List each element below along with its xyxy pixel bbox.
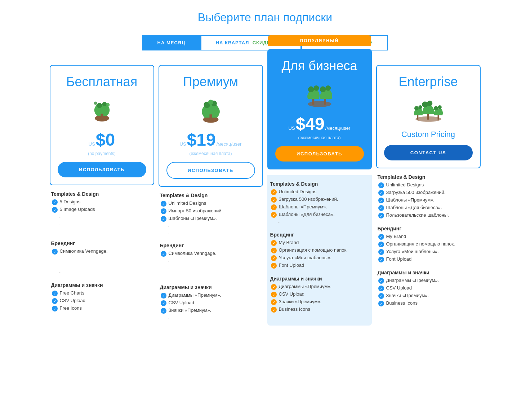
check-icon: ✓ xyxy=(271,307,277,313)
check-icon: ✓ xyxy=(52,207,58,213)
feature-item: ✓ CSV Upload xyxy=(51,298,153,304)
feature-text: Шаблоны «Для бизнеса». xyxy=(279,212,335,217)
check-icon: ✓ xyxy=(271,299,277,305)
plan-business: ПОПУЛЯРНЫЙ Для бизнеса xyxy=(267,49,372,326)
check-icon: ✓ xyxy=(161,251,166,257)
feature-text: Диаграммы «Премиум». xyxy=(169,292,222,298)
feature-text: Значки «Премиум». xyxy=(279,299,322,304)
check-icon: ✓ xyxy=(378,278,384,284)
check-icon: ✓ xyxy=(271,197,277,203)
feature-dash: - xyxy=(160,272,262,277)
feature-group-branding-premium: Брендинг ✓ Символика Venngage. - - - xyxy=(160,243,262,277)
billing-toggle: НА МЕСЯЦ НА КВАРТАЛ СКИДКА 12% НА ГОД СК… xyxy=(7,35,523,50)
feature-item: ✓ Значки «Премиум». xyxy=(160,308,262,314)
templates-title-premium: Templates & Design xyxy=(160,193,262,198)
feature-item: ✓ Free Icons xyxy=(51,305,153,311)
check-icon: ✓ xyxy=(161,308,166,314)
feature-text: Unlimited Designs xyxy=(386,182,424,187)
feature-text: CSV Upload xyxy=(169,300,195,305)
plan-card-business: ПОПУЛЯРНЫЙ Для бизнеса xyxy=(267,49,372,169)
feature-group-templates-enterprise: Templates & Design ✓ Unlimited Designs ✓… xyxy=(378,174,479,218)
feature-item: ✓ Диаграммы «Премиум». xyxy=(270,284,369,290)
feature-group-templates-free: Templates & Design ✓ 5 Designs ✓ 5 Image… xyxy=(51,191,153,233)
feature-group-charts-business: Диаграммы и значки ✓ Диаграммы «Премиум»… xyxy=(270,276,369,313)
feature-item: ✓ Импорт 50 изображений. xyxy=(160,208,262,214)
branding-title-enterprise: Брендинг xyxy=(378,226,479,231)
cta-free[interactable]: ИСПОЛЬЗОВАТЬ xyxy=(58,162,146,177)
feature-item: ✓ Символика Venngage. xyxy=(51,248,153,255)
check-icon: ✓ xyxy=(378,182,384,188)
feature-text: Шаблоны «Премиум». xyxy=(386,197,435,203)
feature-group-branding-free: Брендинг ✓ Символика Venngage. - - - xyxy=(51,240,153,275)
feature-text: Значки «Премиум». xyxy=(169,308,211,313)
check-icon: ✓ xyxy=(378,190,384,196)
check-icon: ✓ xyxy=(161,216,166,222)
svg-point-14 xyxy=(313,85,319,91)
per-premium: /месяц/user xyxy=(217,141,242,147)
currency-free: US xyxy=(89,141,95,147)
feature-item: ✓ Free Charts xyxy=(51,290,153,296)
feature-item: ✓ Шаблоны «Для бизнеса». xyxy=(378,205,479,211)
feature-dash: - xyxy=(160,223,262,229)
feature-text: Шаблоны «Премиум». xyxy=(169,216,217,221)
templates-title-free: Templates & Design xyxy=(51,191,153,197)
cta-enterprise[interactable]: CONTACT US xyxy=(384,145,473,160)
branding-title-premium: Брендинг xyxy=(160,243,262,248)
svg-rect-10 xyxy=(209,114,212,121)
branding-title-business: Брендинг xyxy=(270,232,369,238)
feature-item: ✓ Диаграммы «Премиум». xyxy=(378,278,479,284)
feature-dash: - xyxy=(160,315,262,320)
svg-point-9 xyxy=(208,100,213,105)
feature-text: Unlimited Designs xyxy=(169,200,206,206)
check-icon: ✓ xyxy=(378,213,384,218)
feature-dash: - xyxy=(160,230,262,235)
check-icon: ✓ xyxy=(378,249,384,255)
svg-point-1 xyxy=(97,103,102,108)
svg-rect-15 xyxy=(324,98,326,105)
feature-item: ✓ Business Icons xyxy=(270,306,369,313)
svg-point-26 xyxy=(434,106,438,110)
svg-rect-19 xyxy=(417,115,418,120)
monthly-btn[interactable]: НА МЕСЯЦ xyxy=(142,35,201,50)
check-icon: ✓ xyxy=(378,198,384,203)
plan-free: Бесплатная US $0 xyxy=(50,65,154,326)
page-title: Выберите план подписки xyxy=(7,11,523,24)
charts-title-free: Диаграммы и значки xyxy=(51,282,153,288)
check-icon: ✓ xyxy=(161,208,166,214)
feature-item: ✓ Загрузка 500 изображений. xyxy=(270,196,369,203)
check-icon: ✓ xyxy=(161,300,166,306)
feature-text: Font Upload xyxy=(279,262,304,268)
check-icon: ✓ xyxy=(378,205,384,211)
features-premium: Templates & Design ✓ Unlimited Designs ✓… xyxy=(159,193,263,328)
feature-item: ✓ Шаблоны «Премиум». xyxy=(378,197,479,203)
feature-text: Шаблоны «Для бизнеса». xyxy=(386,205,442,210)
check-icon: ✓ xyxy=(161,293,166,299)
check-icon: ✓ xyxy=(271,263,277,269)
feature-item: ✓ CSV Upload xyxy=(378,285,479,291)
plan-name-free: Бесплатная xyxy=(58,74,146,89)
feature-text: 5 Image Uploads xyxy=(60,207,95,212)
feature-dash: - xyxy=(270,219,369,225)
feature-text: Business Icons xyxy=(279,306,310,312)
feature-text: Unlimited Designs xyxy=(279,189,317,194)
cta-premium[interactable]: ИСПОЛЬЗОВАТЬ xyxy=(166,162,255,179)
svg-point-5 xyxy=(106,103,110,107)
feature-item: ✓ Организация с помощью папок. xyxy=(378,241,479,247)
check-icon: ✓ xyxy=(271,255,277,261)
feature-item: ✓ 5 Image Uploads xyxy=(51,207,153,213)
feature-dash: - xyxy=(51,313,153,318)
check-icon: ✓ xyxy=(378,257,384,262)
per-business: /месяц/user xyxy=(325,125,351,131)
templates-title-business: Templates & Design xyxy=(270,181,369,187)
check-icon: ✓ xyxy=(52,291,58,296)
charts-title-business: Диаграммы и значки xyxy=(270,276,369,282)
plan-card-enterprise: Enterprise xyxy=(376,65,481,168)
amount-free: $0 xyxy=(96,130,115,150)
cta-business[interactable]: ИСПОЛЬЗОВАТЬ xyxy=(275,146,364,162)
feature-text: CSV Upload xyxy=(60,298,86,303)
feature-text: Загрузка 500 изображений. xyxy=(386,190,446,195)
check-icon: ✓ xyxy=(161,201,166,207)
feature-dash: - xyxy=(51,228,153,233)
plan-name-premium: Премиум xyxy=(166,74,255,89)
currency-premium: US xyxy=(180,141,186,147)
